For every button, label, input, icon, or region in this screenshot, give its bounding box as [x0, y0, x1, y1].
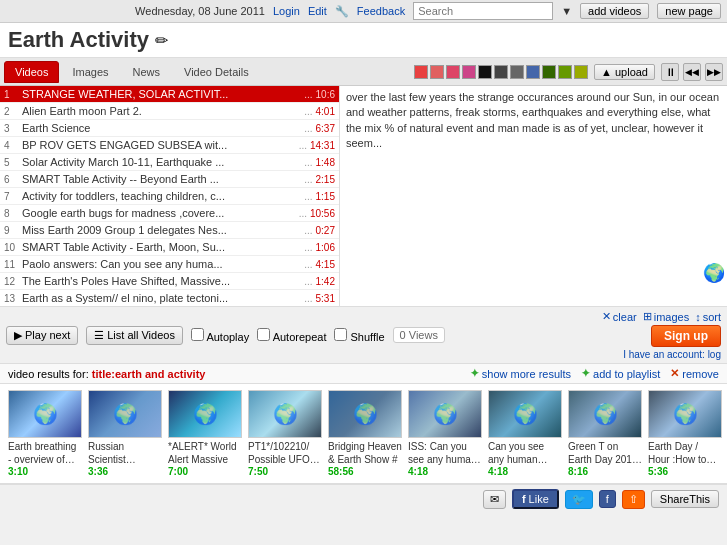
video-list-item[interactable]: 4 BP ROV GETS ENGAGED SUBSEA wit... ... … [0, 137, 339, 154]
video-list-item[interactable]: 2 Alien Earth moon Part 2. ... 4:01 [0, 103, 339, 120]
video-list-item[interactable]: 8 Google earth bugs for madness ,covere.… [0, 205, 339, 222]
video-duration: 14:31 [310, 140, 335, 151]
swatch-blue[interactable] [526, 65, 540, 79]
video-list-item[interactable]: 7 Activity for toddlers, teaching childr… [0, 188, 339, 205]
video-duration: 0:27 [316, 225, 335, 236]
list-icon [94, 329, 104, 342]
swatch-black[interactable] [478, 65, 492, 79]
thumbnail-item[interactable]: 🌍 Bridging Heaven & Earth Show # 58:56 [328, 390, 402, 477]
swatch-red[interactable] [414, 65, 428, 79]
video-dots: ... [304, 276, 312, 287]
thumbnail-item[interactable]: 🌍 Earth breathing - overview of world 3:… [8, 390, 82, 477]
thumbnail-item[interactable]: 🌍 ISS: Can you see any human activ 4:18 [408, 390, 482, 477]
video-list-item[interactable]: 13 Earth as a System// el nino, plate te… [0, 290, 339, 306]
sort-link[interactable]: sort [695, 311, 721, 323]
search-dropdown-icon[interactable]: ▼ [561, 5, 572, 17]
autorepeat-checkbox[interactable] [257, 328, 270, 341]
video-number: 12 [4, 276, 22, 287]
tab-video-details[interactable]: Video Details [173, 61, 260, 83]
facebook-share-button[interactable]: f [599, 490, 616, 508]
tab-images[interactable]: Images [61, 61, 119, 83]
thumbnail-item[interactable]: 🌍 Earth Day / Hour :How to make a 5:36 [648, 390, 722, 477]
share-this-button[interactable]: ShareThis [651, 490, 719, 508]
thumb-overlay: 🌍 [9, 391, 81, 437]
main-content: 1 STRANGE WEATHER, SOLAR ACTIVIT... ... … [0, 86, 727, 306]
video-list-item[interactable]: 10 SMART Table Activity - Earth, Moon, S… [0, 239, 339, 256]
swatch-darkgray[interactable] [494, 65, 508, 79]
play-next-button[interactable]: Play next [6, 326, 78, 345]
media-next-button[interactable]: ▶▶ [705, 63, 723, 81]
list-all-button[interactable]: List all Videos [86, 326, 183, 345]
share-button[interactable]: ⇧ [622, 490, 645, 509]
show-more-icon: ✦ [470, 367, 479, 380]
search-input[interactable] [413, 2, 553, 20]
video-list: 1 STRANGE WEATHER, SOLAR ACTIVIT... ... … [0, 86, 340, 306]
thumbnail-item[interactable]: 🌍 Green T on Earth Day 2010 - Big 8:16 [568, 390, 642, 477]
upload-button[interactable]: upload [594, 64, 655, 80]
account-link[interactable]: I have an account: log [623, 349, 721, 360]
feedback-link[interactable]: Feedback [357, 5, 405, 17]
add-playlist-link[interactable]: ✦ add to playlist [581, 367, 660, 380]
video-number: 13 [4, 293, 22, 304]
thumbnail-item[interactable]: 🌍 PT1*/102210/ Possible UFO Ac 7:50 [248, 390, 322, 477]
show-more-link[interactable]: ✦ show more results [470, 367, 571, 380]
media-pause-button[interactable]: ⏸ [661, 63, 679, 81]
video-number: 3 [4, 123, 22, 134]
video-list-item[interactable]: 1 STRANGE WEATHER, SOLAR ACTIVIT... ... … [0, 86, 339, 103]
swatch-yellowgreen[interactable] [574, 65, 588, 79]
upload-icon [601, 66, 612, 78]
add-videos-button[interactable]: add videos [580, 3, 649, 19]
swatch-pink[interactable] [446, 65, 460, 79]
video-list-item[interactable]: 5 Solar Activity March 10-11, Earthquake… [0, 154, 339, 171]
video-duration: 1:48 [316, 157, 335, 168]
shuffle-checkbox[interactable] [334, 328, 347, 341]
results-actions: ✦ show more results ✦ add to playlist ✕ … [470, 367, 719, 380]
clear-link[interactable]: ✕ clear [602, 310, 637, 323]
thumbnail-item[interactable]: 🌍 Can you see any human activity 4:18 [488, 390, 562, 477]
thumbnail-duration: 8:16 [568, 466, 642, 477]
tab-videos[interactable]: Videos [4, 61, 59, 83]
autorepeat-label: Autorepeat [257, 328, 326, 343]
new-page-button[interactable]: new page [657, 3, 721, 19]
earth-emoji: 🌍 [703, 261, 725, 286]
swatch-magenta[interactable] [462, 65, 476, 79]
page-title: Earth Activity [8, 27, 149, 53]
email-button[interactable]: ✉ [483, 490, 506, 509]
tab-news[interactable]: News [122, 61, 172, 83]
swatch-gray[interactable] [510, 65, 524, 79]
twitter-button[interactable]: 🐦 [565, 490, 593, 509]
media-prev-button[interactable]: ◀◀ [683, 63, 701, 81]
edit-link[interactable]: Edit [308, 5, 327, 17]
clear-images-sort: ✕ clear images sort [602, 310, 721, 323]
video-title: Earth as a System// el nino, plate tecto… [22, 292, 301, 304]
thumbnail-item[interactable]: 🌍 Russian Scientist Predicts Asteroid 3:… [88, 390, 162, 477]
thumb-overlay: 🌍 [489, 391, 561, 437]
images-icon [643, 310, 652, 323]
thumbnail-item[interactable]: 🌍 *ALERT* World Alert Massive 7:00 [168, 390, 242, 477]
swatch-darkgreen[interactable] [542, 65, 556, 79]
video-number: 5 [4, 157, 22, 168]
signup-button[interactable]: Sign up [651, 325, 721, 347]
video-number: 7 [4, 191, 22, 202]
video-list-item[interactable]: 6 SMART Table Activity -- Beyond Earth .… [0, 171, 339, 188]
thumb-overlay: 🌍 [569, 391, 641, 437]
images-link[interactable]: images [643, 310, 689, 323]
video-list-item[interactable]: 9 Miss Earth 2009 Group 1 delegates Nes.… [0, 222, 339, 239]
video-list-item[interactable]: 12 The Earth's Poles Have Shifted, Massi… [0, 273, 339, 290]
clear-label: clear [613, 311, 637, 323]
edit-pencil-icon[interactable]: ✏ [155, 31, 168, 50]
video-list-item[interactable]: 11 Paolo answers: Can you see any huma..… [0, 256, 339, 273]
video-list-item[interactable]: 3 Earth Science ... 6:37 [0, 120, 339, 137]
video-title: Miss Earth 2009 Group 1 delegates Nes... [22, 224, 301, 236]
video-number: 9 [4, 225, 22, 236]
swatch-lightred[interactable] [430, 65, 444, 79]
thumbnail-duration: 3:36 [88, 466, 162, 477]
login-link[interactable]: Login [273, 5, 300, 17]
swatch-green[interactable] [558, 65, 572, 79]
autoplay-checkbox[interactable] [191, 328, 204, 341]
remove-link[interactable]: ✕ remove [670, 367, 719, 380]
video-dots: ... [304, 242, 312, 253]
page-title-bar: Earth Activity ✏ [0, 23, 727, 58]
facebook-like-button[interactable]: f Like [512, 489, 559, 509]
thumb-overlay: 🌍 [249, 391, 321, 437]
